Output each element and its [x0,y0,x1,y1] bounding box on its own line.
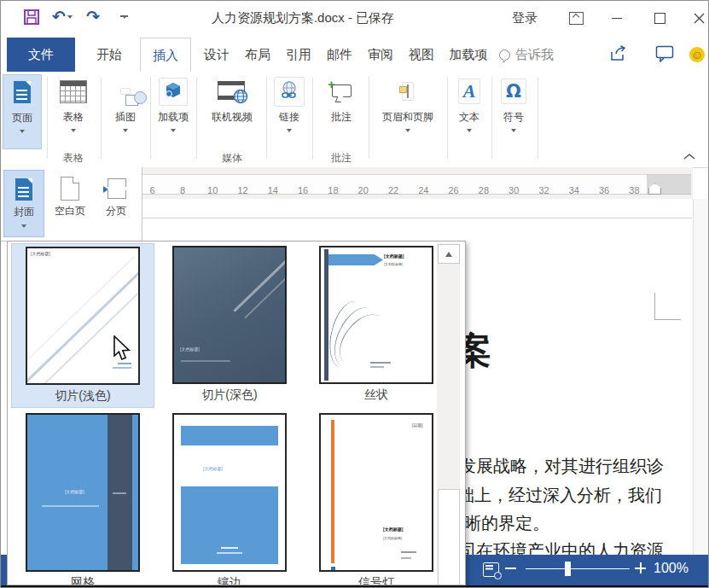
tell-me-box[interactable]: 告诉我 [499,38,554,72]
ribbon-button-header-footer[interactable]: 页眉和页脚 [372,74,444,135]
quick-access-toolbar: ↶ ↷ [22,7,133,27]
gallery-item-slice-light[interactable]: [文档标题] 切片(浅色) [11,243,154,408]
undo-button[interactable]: ↶ [53,7,72,27]
placeholder-text-bar [113,492,126,494]
gallery-scrollbar[interactable] [437,243,460,585]
placeholder-text-bar [370,362,391,364]
gallery-scroll-up-button[interactable] [438,244,460,264]
zoom-in-button-bar[interactable] [640,562,642,573]
tab-references[interactable]: 引用 [278,38,319,72]
text-label: 文本 [450,111,488,123]
margin-corner-mark [654,319,681,320]
table-dropdown-caret-icon [71,129,76,132]
gallery-item-semaphore[interactable]: [日期] [文档标题] [文档副标题] 信号灯 [305,410,448,585]
placeholder-doc-title: [文档标题] [180,346,200,352]
addins-label: 加载项 [154,111,193,123]
thumb-grid: [文档标题] [26,413,140,572]
thumb-filament: [文档标题] [文档副标题] [319,246,433,384]
addins-icon [164,81,183,100]
illustrations-dropdown-caret-icon [123,129,128,132]
top-band [181,426,278,446]
ribbon-button-addins[interactable]: 加载项 [154,74,193,135]
close-button[interactable] [686,7,709,29]
document-vertical-scrollbar[interactable] [693,199,709,555]
tab-home[interactable]: 开始 [89,38,130,72]
ribbon-button-comment[interactable]: + 批注 [317,74,365,123]
tell-me-label: 告诉我 [515,47,554,63]
placeholder-doc-title: [文档标题] [65,489,84,494]
tab-insert[interactable]: 插入 [140,38,191,73]
menu-item-blank-page[interactable]: 空白页 [48,170,92,237]
customize-qat-button[interactable] [114,7,133,27]
ribbon-button-table[interactable]: 表格 [51,74,96,135]
ribbon-button-links[interactable]: 链接 [270,74,309,135]
pages-label: 页面 [3,112,41,124]
tab-file[interactable]: 文件 [7,38,75,72]
ribbon-display-options-icon [569,12,584,25]
ribbon-button-symbols[interactable]: Ω 符号 [495,74,532,135]
share-button[interactable] [609,45,628,66]
group-divider [447,77,448,159]
redo-button[interactable]: ↷ [84,7,102,27]
tab-view[interactable]: 视图 [401,38,442,72]
menu-item-page-break[interactable]: 分页 [96,170,137,237]
tab-mailings[interactable]: 邮件 [319,38,360,72]
blank-page-label: 空白页 [48,204,92,218]
sign-in-link[interactable]: 登录 [512,10,538,26]
gallery-item-filament[interactable]: [文档标题] [文档副标题] 丝状 [305,243,448,408]
ribbon-button-online-video[interactable]: 联机视频 [200,74,264,123]
minimize-button[interactable] [604,7,630,29]
links-icon [279,80,299,101]
page-break-icon [105,178,127,200]
gallery-item-banded[interactable]: [文档标题] 镶边 [158,410,301,585]
gallery-item-slice-dark[interactable]: [文档标题] 切片(深色) [158,243,301,408]
text-dropdown-caret-icon [467,129,472,132]
blue-square [331,567,335,571]
menu-item-cover-page[interactable]: 封面 [3,170,44,237]
new-comment-icon: + [330,82,352,101]
save-button[interactable] [22,7,41,27]
zoom-level[interactable]: 100% [654,561,689,576]
group-divider [196,77,197,159]
undo-dropdown-icon [67,15,73,19]
tab-addins[interactable]: 加载项 [442,38,495,72]
collapse-ribbon-button[interactable] [683,150,698,162]
tab-review[interactable]: 审阅 [360,38,401,72]
ribbon-button-illustrations[interactable]: 插图 [104,74,147,135]
gallery-scrollbar-thumb[interactable] [438,489,460,585]
ribbon-button-text[interactable]: A 文本 [450,74,488,135]
ribbon-display-options-button[interactable] [563,7,589,29]
tab-design[interactable]: 设计 [196,38,237,72]
gallery-item-label: 丝状 [305,387,448,403]
symbols-label: 符号 [495,111,532,123]
page-break-label: 分页 [96,204,137,218]
pages-icon [14,81,31,103]
feedback-smiley-button[interactable]: ☺ [689,47,705,62]
banner-arrow [328,254,383,265]
cover-page-icon [15,178,32,201]
header-footer-dropdown-caret-icon [405,129,410,132]
group-divider [369,77,369,159]
gallery-item-grid[interactable]: [文档标题] 网格 [11,410,154,585]
comments-button[interactable] [655,45,674,66]
group-divider [47,77,48,159]
ribbon-insert: 页面 表格 表格 插图 加载项 [0,72,709,168]
ribbon-button-pages[interactable]: 页面 [3,74,42,149]
horizontal-ruler[interactable]: 68 1012 1416 1820 2224 2628 3032 3436 38… [142,167,693,199]
zoom-slider-thumb[interactable] [565,562,571,576]
gallery-item-label: 网格 [11,575,154,585]
zoom-slider-track[interactable] [526,568,630,569]
placeholder-doc-title: [文档标题] [31,251,50,256]
zoom-out-button[interactable] [505,568,516,569]
maximize-button[interactable] [647,7,672,29]
blank-page-icon [61,177,79,201]
smiley-icon: ☺ [691,49,703,61]
placeholder-text-bar [118,363,131,364]
group-label-media: 媒体 [200,151,264,166]
window-title: 人力资源规划方案.docx - 已保存 [212,10,394,26]
title-bar: ↶ ↷ 人力资源规划方案.docx - 已保存 登录 [0,0,709,38]
tab-layout[interactable]: 布局 [237,38,278,72]
focus-mode-icon[interactable] [483,562,499,577]
header-footer-label: 页眉和页脚 [372,111,444,123]
ruler-band: 68 1012 1416 1820 2224 2628 3032 3436 38… [142,174,647,195]
